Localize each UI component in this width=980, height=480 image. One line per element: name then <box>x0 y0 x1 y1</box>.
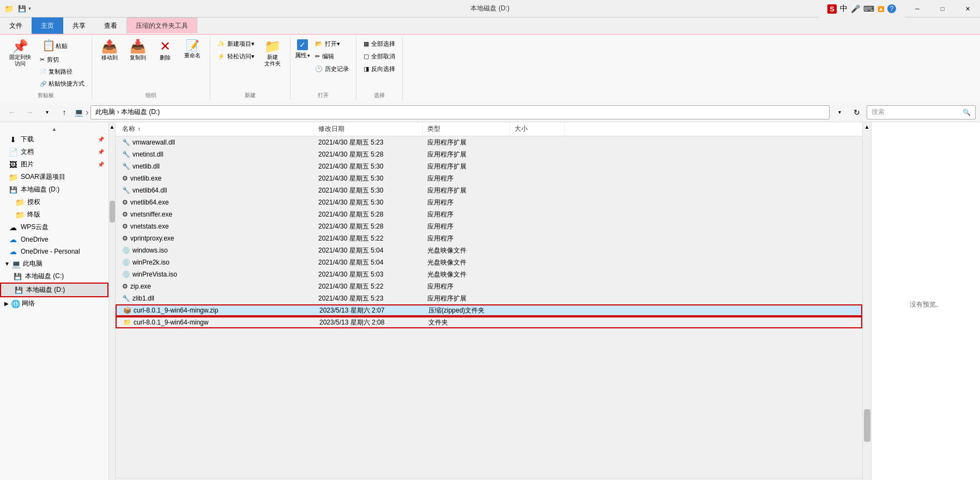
col-header-date[interactable]: 修改日期 <box>314 122 423 136</box>
history-button[interactable]: 🕐 历史记录 <box>312 63 352 75</box>
sidebar-item-wps[interactable]: ☁ WPS云盘 <box>0 221 108 233</box>
help-icon[interactable]: ? <box>887 4 896 13</box>
nav-dropdown-button[interactable]: ▾ <box>39 105 55 120</box>
sidebar-item-auth[interactable]: 📁 授权 <box>0 196 108 208</box>
title-bar-dropdown[interactable]: ▾ <box>28 5 31 11</box>
tab-home[interactable]: 主页 <box>32 17 63 34</box>
sidebar-item-onedrive[interactable]: ☁ OneDrive <box>0 233 108 245</box>
select-all-button[interactable]: ▦ 全部选择 <box>361 38 398 50</box>
file-row[interactable]: 💿 winPreVista.iso 2021/4/30 星期五 5:03 光盘映… <box>116 268 862 280</box>
tab-file[interactable]: 文件 <box>0 17 32 34</box>
file-row[interactable]: ⚙ vnetsniffer.exe 2021/4/30 星期五 5:28 应用程… <box>116 208 862 220</box>
file-row[interactable]: ⚙ vprintproxy.exe 2021/4/30 星期五 5:22 应用程… <box>116 232 862 244</box>
delete-button[interactable]: ✕ 删除 <box>153 38 177 63</box>
file-icon: 📁 <box>123 319 131 326</box>
easy-access-button[interactable]: ⚡ 轻松访问▾ <box>215 51 257 62</box>
tab-share[interactable]: 共享 <box>63 17 95 34</box>
file-row[interactable]: ⚙ vnetlib64.exe 2021/4/30 星期五 5:30 应用程序 <box>116 196 862 208</box>
deselect-all-button[interactable]: ▢ 全部取消 <box>361 51 398 62</box>
sidebar-item-onedrive-personal[interactable]: ☁ OneDrive - Personal <box>0 245 108 257</box>
file-row[interactable]: 🔧 zlib1.dll 2021/4/30 星期五 5:23 应用程序扩展 <box>116 292 862 304</box>
file-date: 2021/4/30 星期五 5:30 <box>314 186 423 195</box>
sidebar-item-local-d2[interactable]: 💾 本地磁盘 (D:) <box>0 283 108 297</box>
file-icon: 🔧 <box>122 139 130 146</box>
sidebar-item-local-d[interactable]: 💾 本地磁盘 (D:) <box>0 183 108 196</box>
move-to-button[interactable]: 📤 移动到 <box>96 38 123 63</box>
refresh-button[interactable]: ↻ <box>849 105 864 120</box>
file-row[interactable]: 💿 windows.iso 2021/4/30 星期五 5:04 光盘映像文件 <box>116 244 862 256</box>
h-scroll-left[interactable]: ◄ <box>116 478 124 481</box>
lang-icon[interactable]: 中 <box>840 4 848 14</box>
file-row[interactable]: 🔧 vmwarewall.dll 2021/4/30 星期五 5:23 应用程序… <box>116 136 862 148</box>
file-row[interactable]: ⚙ vnetlib.exe 2021/4/30 星期五 5:30 应用程序 <box>116 172 862 184</box>
invert-select-button[interactable]: ◨ 反向选择 <box>361 63 398 75</box>
h-scroll-track[interactable] <box>124 478 854 481</box>
paste-button[interactable]: 📋 粘贴 <box>37 38 87 53</box>
sidebar-item-download[interactable]: ⬇ 下载 📌 <box>0 133 108 146</box>
sidebar-item-documents[interactable]: 📄 文档 📌 <box>0 146 108 158</box>
file-row[interactable]: ⚙ vnetstats.exe 2021/4/30 星期五 5:28 应用程序 <box>116 220 862 232</box>
close-button[interactable]: ✕ <box>955 0 980 17</box>
quick-access-save[interactable]: 💾 <box>18 5 26 13</box>
keyboard-icon[interactable]: ⌨ <box>863 4 874 13</box>
mic-icon[interactable]: 🎤 <box>851 4 860 13</box>
sidebar-scroll-up-arrow[interactable]: ▲ <box>109 122 115 131</box>
chevron-up-icon[interactable]: 🔼 <box>878 6 884 12</box>
sidebar-scroll-up[interactable]: ▲ <box>0 124 108 133</box>
file-scroll-down[interactable]: ▼ <box>863 478 871 480</box>
col-header-name[interactable]: 名称 ↑ <box>118 122 314 136</box>
minimize-button[interactable]: ─ <box>905 0 930 17</box>
search-bar[interactable]: 搜索 🔍 <box>867 105 976 119</box>
sidebar-scroll-track[interactable] <box>109 131 115 478</box>
restore-button[interactable]: □ <box>930 0 955 17</box>
new-item-button[interactable]: ✨ 新建项目▾ <box>215 38 257 50</box>
file-row[interactable]: 📁 curl-8.0.1_9-win64-mingw 2023/5/13 星期六… <box>116 316 862 328</box>
file-row[interactable]: 📦 curl-8.0.1_9-win64-mingw.zip 2023/5/13… <box>116 304 862 316</box>
new-folder-button[interactable]: 📁 新建文件夹 <box>259 38 286 69</box>
file-icon: 🔧 <box>122 295 130 302</box>
sidebar-section-network[interactable]: ▶ 🌐 网络 <box>0 297 108 310</box>
file-row[interactable]: 🔧 vnetlib64.dll 2021/4/30 星期五 5:30 应用程序扩… <box>116 184 862 196</box>
pin-icon-docs: 📌 <box>98 149 104 155</box>
open-col: 📂 打开▾ ✏ 编辑 🕐 历史记录 <box>312 38 352 75</box>
address-bar[interactable]: 此电脑 › 本地磁盘 (D:) <box>90 105 830 119</box>
tab-compress[interactable]: 压缩的文件夹工具 <box>126 17 197 34</box>
forward-button[interactable]: → <box>22 105 37 120</box>
col-header-type[interactable]: 类型 <box>423 122 510 136</box>
pictures-icon: 🖼 <box>9 160 17 169</box>
pin-quick-access-button[interactable]: 📌 固定到快访问 <box>4 38 36 69</box>
open-button[interactable]: 📂 打开▾ <box>312 38 352 50</box>
copy-to-button[interactable]: 📥 复制到 <box>125 38 151 63</box>
properties-button[interactable]: ✓ <box>296 38 309 51</box>
sidebar-item-local-c[interactable]: 💾 本地磁盘 (C:) <box>0 270 108 283</box>
sidebar-item-soar[interactable]: 📁 SOAR课题项目 <box>0 171 108 183</box>
file-row[interactable]: 🔧 vnetinst.dll 2021/4/30 星期五 5:28 应用程序扩展 <box>116 148 862 160</box>
new-label: 新建 <box>245 89 256 99</box>
sidebar-item-pictures[interactable]: 🖼 图片 📌 <box>0 158 108 171</box>
file-scroll-up[interactable]: ▲ <box>863 122 871 131</box>
up-button[interactable]: ↑ <box>57 105 72 120</box>
sidebar-scroll-down-arrow[interactable]: ▼ <box>109 478 115 480</box>
rename-button[interactable]: 📝 重命名 <box>179 38 205 63</box>
new-item-icon: ✨ <box>217 40 225 47</box>
nav-chevron-button[interactable]: ▾ <box>832 105 847 120</box>
h-scroll-right[interactable]: ► <box>854 478 862 481</box>
sidebar-item-final[interactable]: 📁 终版 <box>0 208 108 221</box>
file-row[interactable]: 💿 winPre2k.iso 2021/4/30 星期五 5:04 光盘映像文件 <box>116 256 862 268</box>
properties-dropdown[interactable]: ▾ <box>307 53 310 58</box>
sidebar-section-this-pc[interactable]: ▼ 💻 此电脑 <box>0 257 108 270</box>
edit-button[interactable]: ✏ 编辑 <box>312 51 352 62</box>
file-row[interactable]: ⚙ zip.exe 2021/4/30 星期五 5:22 应用程序 <box>116 280 862 292</box>
tab-view[interactable]: 查看 <box>95 17 126 34</box>
back-button[interactable]: ← <box>4 105 20 120</box>
file-name: ⚙ vnetstats.exe <box>118 223 314 230</box>
sidebar-scroll-down[interactable]: ▼ <box>0 478 108 480</box>
col-header-size[interactable]: 大小 <box>510 122 565 136</box>
onedrive-personal-icon: ☁ <box>9 247 17 256</box>
paste-shortcut-button[interactable]: 🔗 粘贴快捷方式 <box>37 78 87 89</box>
edit-icon: ✏ <box>315 53 320 60</box>
file-row[interactable]: 🔧 vnetlib.dll 2021/4/30 星期五 5:30 应用程序扩展 <box>116 160 862 172</box>
cut-button[interactable]: ✂ 剪切 <box>37 54 87 65</box>
file-scroll-track[interactable] <box>863 131 871 478</box>
copy-path-button[interactable]: 📄 复制路径 <box>37 66 87 77</box>
